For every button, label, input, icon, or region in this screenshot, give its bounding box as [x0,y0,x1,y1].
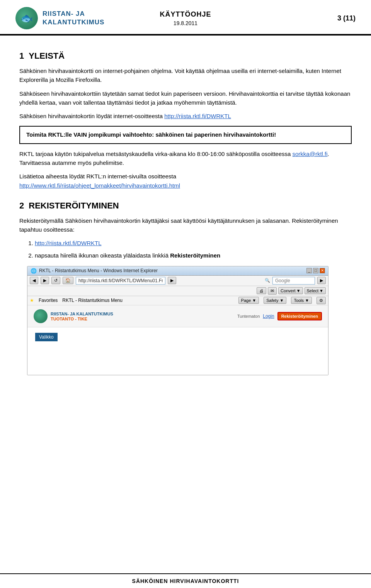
sc-safety-btn[interactable]: Safety ▼ [264,297,286,304]
sc-minimize-btn[interactable]: _ [306,268,312,273]
sc-favicon: 🌐 [31,268,37,274]
sc-page-btn[interactable]: Page ▼ [238,297,259,304]
sc-logo-text-area: RIISTAN- JA KALANTUTKIMUS Tuotanto - TIK… [51,311,113,321]
section1-para2: Sähköiseen hirvihavaintokorttiin täytetä… [19,89,352,107]
section1-title: YLEISTÄ [29,51,65,61]
highlight-box: Toimita RKTL:lle VAIN jompikumpi vaihtoe… [19,126,352,144]
sc-convert-label: Convert [281,288,296,293]
sc-logo-text: RIISTAN- JA KALANTUTKIMUS [51,311,113,317]
sc-menu-bar: ★ Favorites RKTL - Riistantutkimus Menu … [27,296,328,305]
sc-logo-area: RIISTAN- JA KALANTUTKIMUS Tuotanto - TIK… [34,309,113,323]
sc-select-label: Select [307,288,319,293]
sc-back-btn[interactable]: ◀ [30,277,38,284]
link-dwrktl[interactable]: http://riista.rktl.fi/DWRKTL [164,113,231,119]
sc-home-btn[interactable]: 🏠 [63,277,73,284]
sc-search-go-btn[interactable]: ▶ [317,277,326,284]
section1-para4: RKTL tarjoaa käytön tukipalvelua metsäst… [19,149,352,168]
sc-go-btn[interactable]: ▶ [168,277,176,284]
sc-logo-subtitle: Tuotanto - TIKE [51,317,113,321]
sc-login-link[interactable]: Login [263,313,274,319]
sc-select-btn[interactable]: Select▼ [305,287,326,294]
footer-text: SÄHKÖINEN HIRVIHAVAINTOKORTTI [132,578,239,584]
main-content: 1 YLEISTÄ Sähköinen hirvihavaintokortti … [0,36,371,391]
section1-para5-text: Lisätietoa aiheesta löydät RKTL:n intern… [19,173,176,180]
sc-titlebar: 🌐 RKTL - Riistantutkimus Menu - Windows … [27,266,328,276]
sc-logo-icon [34,309,48,323]
section2-title: REKISTERÖITYMINEN [29,201,119,211]
header-date: 19.8.2011 [129,20,242,26]
section1-para5: Lisätietoa aiheesta löydät RKTL:n intern… [19,172,352,190]
section2-num: 2 [19,201,24,211]
section1-para3-prefix: Sähköisen hirvihavaintokortin löydät int… [19,113,164,119]
sc-search-input[interactable] [272,277,315,285]
list-link-dwrktl[interactable]: http://riista.rktl.fi/DWRKTL [35,240,102,246]
sc-mail-btn[interactable]: ✉ [268,287,277,295]
sc-print-btn[interactable]: 🖨 [257,287,266,294]
highlight-text: Toimita RKTL:lle VAIN jompikumpi vaihtoe… [26,131,276,138]
sc-body-content: Valikko [27,327,328,347]
list-item-1: http://riista.rktl.fi/DWRKTL [35,239,352,247]
list-item-2: napsauta hiirellä ikkunan oikeasta yläla… [35,251,352,260]
header-center: KÄYTTÖOHJE 19.8.2011 [129,10,242,26]
sc-titlebar-left: 🌐 RKTL - Riistantutkimus Menu - Windows … [31,268,158,274]
logo-icon: 🐟 [15,7,38,29]
sc-toolbar: ◀ ▶ ↺ 🏠 ▶ 🔍 ▶ [27,276,328,286]
section1-num: 1 [19,51,24,61]
sc-convert-btn[interactable]: Convert▼ [278,287,303,294]
list-item-2-bold: Rekisteröityminen [170,252,220,259]
section1-para1: Sähköinen hirvihavaintokortti on interne… [19,66,352,85]
logo-text: RIISTAN- JA KALANTUTKIMUS [43,10,129,27]
sc-menu-rktl[interactable]: RKTL - Riistantutkimus Menu [62,298,123,303]
sc-title-text: RKTL - Riistantutkimus Menu - Windows In… [39,268,158,273]
sc-close-btn[interactable]: ✕ [320,268,325,273]
section1-heading: 1 YLEISTÄ [19,51,352,61]
section2-para1: Rekisteröitymällä Sähköisen hirvihavaint… [19,216,352,234]
sc-window-controls: _ □ ✕ [306,268,325,273]
sc-help-btn[interactable]: ⚙ [317,297,326,304]
section1-para4-prefix: RKTL tarjoaa käytön tukipalvelua metsäst… [19,151,293,157]
sc-register-btn[interactable]: Rekisteröityminen [277,312,322,320]
page-number: 3 (11) [242,14,356,22]
page-footer: SÄHKÖINEN HIRVIHAVAINTOKORTTI [0,573,371,588]
sc-body-header: RIISTAN- JA KALANTUTKIMUS Tuotanto - TIK… [27,305,328,327]
sc-secondary-toolbar: 🖨 ✉ Convert▼ Select▼ [27,286,328,296]
logo-area: 🐟 RIISTAN- JA KALANTUTKIMUS [15,7,129,29]
page-header: 🐟 RIISTAN- JA KALANTUTKIMUS KÄYTTÖOHJE 1… [0,0,371,35]
sc-address-bar[interactable] [76,277,165,285]
screenshot: 🌐 RKTL - Riistantutkimus Menu - Windows … [27,266,328,375]
section1-para3: Sähköisen hirvihavaintokortin löydät int… [19,112,352,120]
section2-heading: 2 REKISTERÖITYMINEN [19,201,352,211]
sc-maximize-btn[interactable]: □ [313,268,318,273]
sc-body: RIISTAN- JA KALANTUTKIMUS Tuotanto - TIK… [27,305,328,375]
sc-user-label: Tuntematon [237,314,260,319]
sc-search-label: 🔍 [265,278,270,283]
email-link[interactable]: sorkka@rktl.fi [293,151,328,157]
sc-tools-btn[interactable]: Tools ▼ [291,297,312,304]
sc-forward-btn[interactable]: ▶ [41,277,49,284]
list-item-2-text: napsauta hiirellä ikkunan oikeasta yläla… [35,252,170,259]
section2-list: http://riista.rktl.fi/DWRKTL napsauta hi… [35,239,352,260]
sc-top-links: Tuntematon Login Rekisteröityminen [237,312,322,320]
sc-valikko-btn[interactable]: Valikko [35,333,58,341]
sc-menu-favorites[interactable]: Favorites [39,298,58,303]
link-rktl-more[interactable]: http://www.rktl.fi/riista/ohjeet_lomakke… [19,182,180,189]
sc-refresh-btn[interactable]: ↺ [51,277,60,284]
sc-favorites-star: ★ [30,298,34,303]
doc-title: KÄYTTÖOHJE [129,10,242,19]
